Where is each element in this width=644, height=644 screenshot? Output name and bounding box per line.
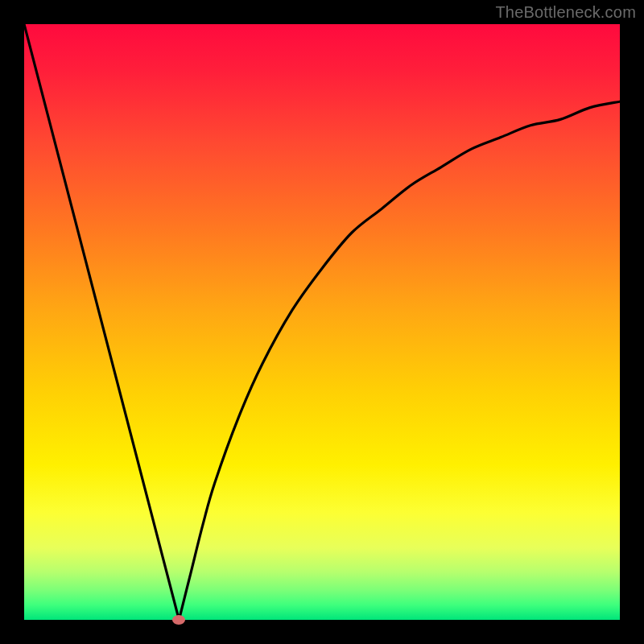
bottleneck-curve (24, 24, 620, 620)
minimum-marker (172, 615, 185, 625)
curve-path (24, 24, 620, 620)
credit-label: TheBottleneck.com (495, 3, 636, 22)
chart-plot-area (24, 24, 620, 620)
outer-frame: TheBottleneck.com (0, 0, 644, 644)
